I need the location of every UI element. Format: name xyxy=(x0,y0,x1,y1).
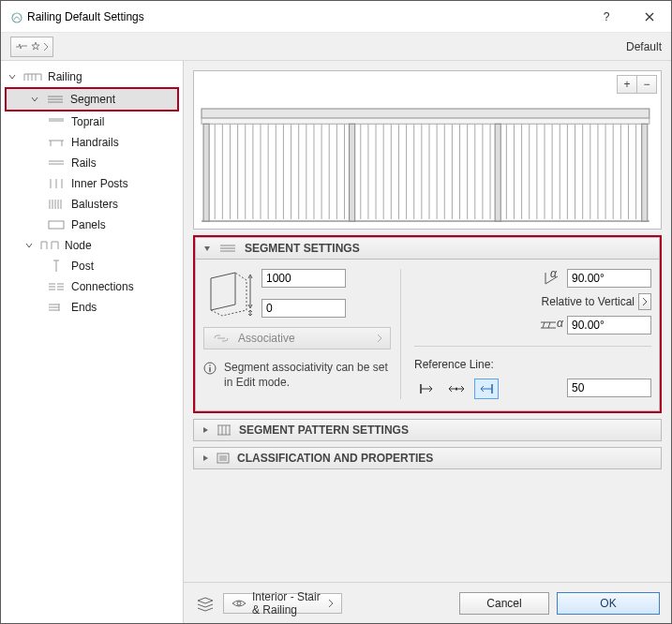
favorites-icon xyxy=(15,41,28,52)
segment-height-input[interactable] xyxy=(261,269,346,288)
post-icon xyxy=(46,260,67,272)
railing-preview-graphic xyxy=(202,109,650,223)
tree-label: Ends xyxy=(71,301,177,314)
tree-item-connections[interactable]: Connections xyxy=(1,276,183,297)
tree-item-node[interactable]: Node xyxy=(1,235,183,256)
relative-dropdown[interactable] xyxy=(638,293,651,310)
info-icon xyxy=(203,362,217,375)
svg-point-65 xyxy=(209,364,211,366)
triangle-right-icon xyxy=(202,426,209,434)
favorites-button[interactable] xyxy=(10,37,53,57)
segment-settings-header[interactable]: SEGMENT SETTINGS xyxy=(195,237,660,260)
tree-label: Node xyxy=(65,239,177,252)
tree-item-ends[interactable]: Ends xyxy=(1,297,183,318)
titlebar: Railing Default Settings ? xyxy=(1,1,671,33)
tree-label: Post xyxy=(71,260,177,273)
tree-item-balusters[interactable]: Balusters xyxy=(1,194,183,215)
toprail-icon xyxy=(46,117,67,126)
svg-rect-6 xyxy=(203,124,209,221)
tree-item-segment[interactable]: Segment xyxy=(7,89,177,110)
tree-label: Handrails xyxy=(71,136,177,149)
star-icon xyxy=(31,42,40,52)
relative-label: Relative to Vertical xyxy=(542,295,635,308)
tree-label: Connections xyxy=(71,280,177,293)
tree-label: Inner Posts xyxy=(71,177,177,190)
layer-stack-icon xyxy=(195,596,216,611)
reference-line-options xyxy=(414,379,499,399)
tree-label: Toprail xyxy=(71,115,177,128)
reference-offset-input[interactable] xyxy=(567,379,651,397)
ok-button[interactable]: OK xyxy=(557,592,660,615)
svg-text:α: α xyxy=(557,317,564,330)
info-text: Segment associativity can be set in Edit… xyxy=(224,361,391,390)
tree-item-handrails[interactable]: Handrails xyxy=(1,132,183,153)
svg-rect-2 xyxy=(49,221,64,229)
triangle-right-icon xyxy=(202,454,209,462)
skew-angle-input[interactable] xyxy=(567,316,651,334)
node-icon xyxy=(39,240,60,251)
connections-icon xyxy=(46,282,67,291)
associative-toggle[interactable]: Associative xyxy=(203,327,391,349)
layer-selector[interactable]: Interior - Stair & Railing xyxy=(223,593,342,614)
inner-posts-icon xyxy=(46,178,67,189)
slant-angle-input[interactable] xyxy=(567,269,651,288)
ref-line-right[interactable] xyxy=(474,379,499,399)
cancel-button[interactable]: Cancel xyxy=(459,592,549,615)
list-icon xyxy=(217,453,230,464)
panel-title: SEGMENT PATTERN SETTINGS xyxy=(239,423,409,437)
ref-line-left[interactable] xyxy=(414,379,439,399)
tree-item-toprail[interactable]: Toprail xyxy=(1,111,183,132)
handrails-icon xyxy=(46,138,67,147)
svg-point-0 xyxy=(12,13,22,22)
chevron-down-icon xyxy=(25,242,33,249)
zoom-in-button[interactable]: + xyxy=(617,75,637,94)
svg-text:α: α xyxy=(550,267,558,280)
dialog-footer: Interior - Stair & Railing Cancel OK xyxy=(184,582,671,623)
rails-icon xyxy=(46,158,67,168)
chevron-right-icon xyxy=(43,43,49,51)
dialog-window: Railing Default Settings ? Default Raili… xyxy=(0,0,672,624)
tree-item-post[interactable]: Post xyxy=(1,256,183,276)
panel-title: CLASSIFICATION AND PROPERTIES xyxy=(237,452,433,465)
tree-label: Railing xyxy=(48,70,177,83)
svg-rect-3 xyxy=(202,109,650,118)
chevron-right-icon xyxy=(642,298,648,305)
app-icon xyxy=(10,11,22,22)
svg-rect-7 xyxy=(350,124,355,221)
sidebar-tree[interactable]: Railing Segment Toprail Handrails Rails xyxy=(1,61,184,623)
chevron-right-icon xyxy=(328,600,334,607)
button-label: OK xyxy=(600,597,616,610)
tree-item-inner-posts[interactable]: Inner Posts xyxy=(1,173,183,194)
segment-offset-input[interactable] xyxy=(261,299,346,318)
zoom-out-button[interactable]: − xyxy=(636,75,657,94)
segment-icon xyxy=(218,244,237,253)
chevron-down-icon xyxy=(31,96,38,103)
window-title: Railing Default Settings xyxy=(27,10,585,23)
svg-rect-4 xyxy=(202,118,650,124)
panel-title: SEGMENT SETTINGS xyxy=(245,242,360,255)
tree-item-rails[interactable]: Rails xyxy=(1,153,183,173)
tree-item-railing[interactable]: Railing xyxy=(1,67,183,87)
slant-angle-icon: α xyxy=(543,271,561,286)
svg-rect-9 xyxy=(642,124,648,221)
height-diagram-icon xyxy=(203,269,256,318)
tree-label: Rails xyxy=(71,156,177,170)
classification-header[interactable]: CLASSIFICATION AND PROPERTIES xyxy=(193,447,662,469)
help-button[interactable]: ? xyxy=(585,1,628,33)
tree-item-panels[interactable]: Panels xyxy=(1,215,183,235)
ref-line-center[interactable] xyxy=(444,379,469,399)
minus-icon: − xyxy=(643,78,650,91)
skew-angle-icon: α xyxy=(539,319,561,332)
segment-settings-panel: SEGMENT SETTINGS xyxy=(193,235,662,413)
segment-pattern-header[interactable]: SEGMENT PATTERN SETTINGS xyxy=(193,419,662,441)
close-button[interactable] xyxy=(628,1,671,33)
chevron-right-icon xyxy=(377,334,382,342)
info-message: Segment associativity can be set in Edit… xyxy=(203,361,391,390)
tree-label: Balusters xyxy=(71,198,177,211)
plus-icon: + xyxy=(623,78,630,91)
link-icon xyxy=(212,334,231,343)
tree-label: Panels xyxy=(71,218,177,231)
pattern-icon xyxy=(217,424,231,436)
layer-name: Interior - Stair & Railing xyxy=(252,590,322,617)
reference-line-label: Reference Line: xyxy=(414,358,651,371)
